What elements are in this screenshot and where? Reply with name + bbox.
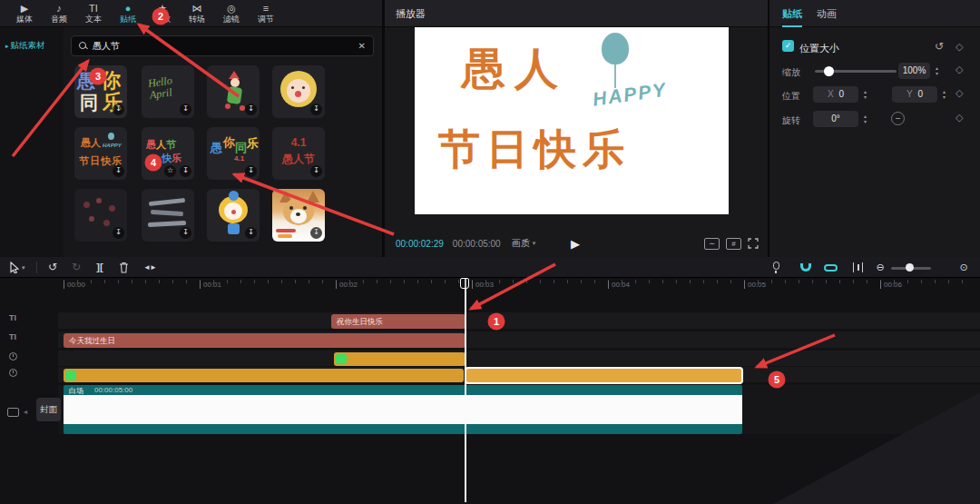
download-icon[interactable]: ↧ [180,104,191,115]
sticker-result-clown-kid[interactable]: ↧ [207,189,260,242]
rotation-knob[interactable]: – [891,112,905,125]
video-clip-thumbnails[interactable] [64,395,742,424]
fullscreen-icon[interactable] [748,238,759,249]
tab-audio[interactable]: ♪ 音频 [42,3,76,24]
sticker-clip-selected[interactable] [465,367,743,384]
sticker-result-jester-clown[interactable]: ↧ [207,65,260,118]
select-tool-icon[interactable] [9,262,20,273]
keyframe-diamond-icon[interactable]: ◇ [956,41,963,53]
playhead-line[interactable] [465,278,466,502]
split-icon[interactable]: ][ [91,257,109,278]
ruler-label: 00:06 [880,281,902,289]
download-icon[interactable]: ↧ [180,227,191,239]
download-icon[interactable]: ↧ [113,227,124,239]
select-tool-caret-icon[interactable]: ▾ [22,257,25,278]
current-time: 00:00:02:29 [396,239,444,249]
sticker-result-yurenjie-rikuaile[interactable]: 愚人 HAPPY 节日快乐 ↧ [74,127,127,180]
preview-sticker-happy: HAPPY [592,78,669,110]
timeline-zoom-knob[interactable] [906,263,914,272]
position-y-stepper[interactable]: ▴▾ [938,86,950,103]
scale-stepper[interactable]: ▴▾ [931,63,943,79]
download-icon[interactable]: ↧ [113,104,124,115]
sticker-search-box[interactable]: 愚人节 ✕ [71,35,374,56]
scale-value[interactable]: 100% [898,63,930,79]
download-icon[interactable]: ↧ [310,227,322,239]
position-size-checkbox[interactable]: ✓ [782,40,794,52]
search-input[interactable]: 愚人节 [93,40,353,53]
preview-canvas[interactable]: 愚人 HAPPY 节日快乐 [415,27,729,214]
undo-icon[interactable]: ↺ [44,257,62,278]
zoom-fit-icon[interactable]: ⊙ [956,257,971,278]
download-icon[interactable]: ↧ [180,165,191,177]
tab-effects[interactable]: ★ 特效 [145,3,180,24]
quality-dropdown[interactable]: 画质 [512,237,530,250]
sidebar-item-sticker-material[interactable]: ▸ 贴纸素材 [5,40,44,52]
reset-icon[interactable]: ↺ [935,40,944,53]
sticker-result-41-yurenjie[interactable]: 4.1 愚人节 ↧ [272,127,325,180]
text-clip-today-birthday[interactable]: 今天我过生日 [64,333,466,348]
scale-slider-knob[interactable] [824,66,834,76]
sticker-result-dark-doodle[interactable]: ↧ [74,189,127,242]
track-lane [58,351,980,366]
player-title: 播放器 [385,0,768,27]
position-y-field[interactable]: Y0 [892,86,937,103]
tab-adjust[interactable]: ≡ 调节 [249,3,283,24]
sticker-track-clock-icon [9,352,17,361]
ruler-label: 00:05 [744,281,766,289]
mirror-flip-icon[interactable]: ◄► [139,257,161,278]
keyframe-diamond-icon[interactable]: ◇ [956,64,963,75]
tab-text[interactable]: TI 文本 [76,3,111,24]
tab-filters[interactable]: ◎ 滤镜 [214,3,249,24]
clear-search-icon[interactable]: ✕ [358,41,366,51]
download-icon[interactable]: ↧ [310,104,322,115]
sticker-result-clown-face[interactable]: ↧ [272,65,325,118]
tab-sticker-settings[interactable]: 贴纸 [782,0,802,27]
delete-icon[interactable] [119,262,129,273]
download-icon[interactable]: ↧ [245,104,257,115]
favorite-icon[interactable]: ☆ [164,165,176,177]
position-x-field[interactable]: X0 [813,86,858,103]
audio-icon: ♪ [42,3,76,15]
preview-axis-icon[interactable] [853,262,863,272]
timeline-toolbar: ▾ ↺ ↻ ][ ◄► ⊖ ⊙ [0,257,980,278]
download-icon[interactable]: ↧ [245,227,257,239]
text-clip-happy-birthday[interactable]: 祝你生日快乐 [331,314,466,329]
sticker-clip-long[interactable] [64,369,464,382]
tab-transitions[interactable]: ⋈ 转场 [180,3,214,24]
download-icon[interactable]: ↧ [245,165,257,177]
section-position-size: 位置大小 [799,42,839,55]
redo-icon[interactable]: ↻ [67,257,85,278]
playhead-handle[interactable] [460,278,469,289]
tab-sticker[interactable]: ● 贴纸 [111,3,145,24]
sticker-result-yunitongle[interactable]: 愚 你 同 乐 ↧ [74,65,127,118]
tab-animation[interactable]: 动画 [817,0,837,27]
keyframe-diamond-icon[interactable]: ◇ [956,87,963,99]
sticker-result-yurenjie-kuaile[interactable]: 愚人节 快乐 ☆ ↧ [142,127,194,180]
render-preview-icon[interactable]: ∼ [704,238,720,250]
rotation-stepper[interactable]: ▴▾ [859,111,871,127]
media-icon: ▶ [7,3,42,15]
video-clip-header[interactable]: 白场 00:00:05:00 [64,385,742,395]
download-icon[interactable]: ↧ [310,165,322,177]
tab-media[interactable]: ▶ 媒体 [7,3,42,24]
ratio-grid-icon[interactable]: # [726,238,741,250]
sticker-result-hello-april[interactable]: HelloApril ↧ [142,65,194,118]
download-icon[interactable]: ↧ [113,165,124,177]
sticker-thumbnail [65,371,76,380]
video-clip-footer[interactable] [64,424,742,434]
record-voiceover-icon[interactable] [773,262,779,270]
auto-snap-magnet-icon[interactable] [800,263,811,272]
rotation-value[interactable]: 0° [813,111,858,127]
sticker-result-yunitongle-bubble[interactable]: 愚 你 同 乐 4.1 ↧ [207,127,260,180]
position-x-stepper[interactable]: ▴▾ [859,86,871,103]
rotation-label: 旋转 [782,114,800,127]
play-button[interactable]: ▶ [571,237,580,251]
zoom-out-icon[interactable]: ⊖ [873,257,887,278]
sticker-result-gray-text[interactable]: ↧ [142,189,194,242]
keyframe-diamond-icon[interactable]: ◇ [956,112,963,124]
link-preview-icon[interactable] [824,264,838,272]
collapse-tracks-icon[interactable]: ◂ [24,408,27,416]
cover-button[interactable]: 封面 [36,398,61,421]
sticker-clip-short[interactable] [334,352,466,366]
sticker-result-corgi-photo[interactable]: ↧ [272,189,325,242]
